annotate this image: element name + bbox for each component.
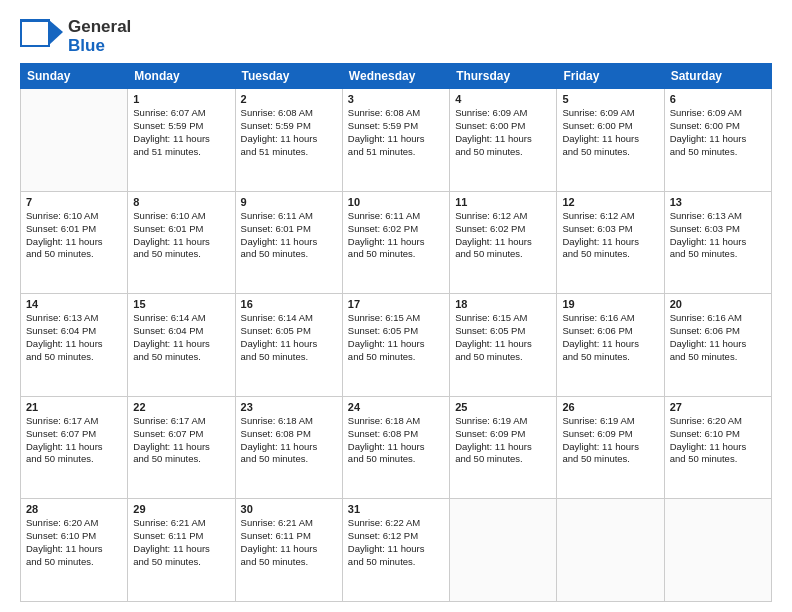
day-info: Sunrise: 6:15 AMSunset: 6:05 PMDaylight:… (455, 312, 551, 363)
day-info: Sunrise: 6:08 AMSunset: 5:59 PMDaylight:… (241, 107, 337, 158)
day-number: 8 (133, 196, 229, 208)
day-number: 13 (670, 196, 766, 208)
day-info: Sunrise: 6:16 AMSunset: 6:06 PMDaylight:… (670, 312, 766, 363)
day-number: 23 (241, 401, 337, 413)
day-number: 17 (348, 298, 444, 310)
logo: General Blue (20, 18, 131, 55)
day-header-friday: Friday (557, 64, 664, 89)
calendar-cell: 7Sunrise: 6:10 AMSunset: 6:01 PMDaylight… (21, 191, 128, 294)
calendar-cell: 8Sunrise: 6:10 AMSunset: 6:01 PMDaylight… (128, 191, 235, 294)
day-info: Sunrise: 6:20 AMSunset: 6:10 PMDaylight:… (670, 415, 766, 466)
day-info: Sunrise: 6:10 AMSunset: 6:01 PMDaylight:… (133, 210, 229, 261)
day-info: Sunrise: 6:20 AMSunset: 6:10 PMDaylight:… (26, 517, 122, 568)
calendar-cell: 22Sunrise: 6:17 AMSunset: 6:07 PMDayligh… (128, 396, 235, 499)
calendar-cell: 26Sunrise: 6:19 AMSunset: 6:09 PMDayligh… (557, 396, 664, 499)
calendar-cell: 2Sunrise: 6:08 AMSunset: 5:59 PMDaylight… (235, 89, 342, 192)
calendar-cell: 14Sunrise: 6:13 AMSunset: 6:04 PMDayligh… (21, 294, 128, 397)
day-number: 24 (348, 401, 444, 413)
day-info: Sunrise: 6:12 AMSunset: 6:02 PMDaylight:… (455, 210, 551, 261)
day-info: Sunrise: 6:09 AMSunset: 6:00 PMDaylight:… (562, 107, 658, 158)
calendar-cell: 16Sunrise: 6:14 AMSunset: 6:05 PMDayligh… (235, 294, 342, 397)
day-number: 15 (133, 298, 229, 310)
day-number: 12 (562, 196, 658, 208)
day-info: Sunrise: 6:11 AMSunset: 6:01 PMDaylight:… (241, 210, 337, 261)
calendar-cell: 28Sunrise: 6:20 AMSunset: 6:10 PMDayligh… (21, 499, 128, 602)
day-header-monday: Monday (128, 64, 235, 89)
day-info: Sunrise: 6:07 AMSunset: 5:59 PMDaylight:… (133, 107, 229, 158)
day-info: Sunrise: 6:16 AMSunset: 6:06 PMDaylight:… (562, 312, 658, 363)
calendar-cell: 15Sunrise: 6:14 AMSunset: 6:04 PMDayligh… (128, 294, 235, 397)
calendar-table: SundayMondayTuesdayWednesdayThursdayFrid… (20, 63, 772, 602)
calendar-cell: 24Sunrise: 6:18 AMSunset: 6:08 PMDayligh… (342, 396, 449, 499)
day-info: Sunrise: 6:13 AMSunset: 6:03 PMDaylight:… (670, 210, 766, 261)
day-info: Sunrise: 6:17 AMSunset: 6:07 PMDaylight:… (26, 415, 122, 466)
logo-general-text: General (68, 18, 131, 37)
calendar-cell: 3Sunrise: 6:08 AMSunset: 5:59 PMDaylight… (342, 89, 449, 192)
day-info: Sunrise: 6:14 AMSunset: 6:04 PMDaylight:… (133, 312, 229, 363)
day-number: 25 (455, 401, 551, 413)
day-number: 26 (562, 401, 658, 413)
day-number: 14 (26, 298, 122, 310)
calendar-cell (450, 499, 557, 602)
calendar-cell: 17Sunrise: 6:15 AMSunset: 6:05 PMDayligh… (342, 294, 449, 397)
day-info: Sunrise: 6:18 AMSunset: 6:08 PMDaylight:… (241, 415, 337, 466)
day-number: 11 (455, 196, 551, 208)
day-number: 29 (133, 503, 229, 515)
day-number: 18 (455, 298, 551, 310)
day-info: Sunrise: 6:21 AMSunset: 6:11 PMDaylight:… (133, 517, 229, 568)
day-number: 20 (670, 298, 766, 310)
day-header-sunday: Sunday (21, 64, 128, 89)
day-number: 5 (562, 93, 658, 105)
calendar-week-3: 14Sunrise: 6:13 AMSunset: 6:04 PMDayligh… (21, 294, 772, 397)
page: General Blue SundayMondayTuesdayWednesda… (0, 0, 792, 612)
day-info: Sunrise: 6:14 AMSunset: 6:05 PMDaylight:… (241, 312, 337, 363)
calendar-cell: 19Sunrise: 6:16 AMSunset: 6:06 PMDayligh… (557, 294, 664, 397)
calendar-cell: 30Sunrise: 6:21 AMSunset: 6:11 PMDayligh… (235, 499, 342, 602)
logo: General Blue (20, 18, 131, 55)
day-info: Sunrise: 6:12 AMSunset: 6:03 PMDaylight:… (562, 210, 658, 261)
calendar-cell: 5Sunrise: 6:09 AMSunset: 6:00 PMDaylight… (557, 89, 664, 192)
day-number: 1 (133, 93, 229, 105)
day-number: 19 (562, 298, 658, 310)
day-number: 28 (26, 503, 122, 515)
header: General Blue (20, 18, 772, 55)
day-number: 6 (670, 93, 766, 105)
calendar-cell: 18Sunrise: 6:15 AMSunset: 6:05 PMDayligh… (450, 294, 557, 397)
logo-blue-text: Blue (68, 37, 131, 56)
svg-rect-2 (21, 20, 49, 22)
day-info: Sunrise: 6:19 AMSunset: 6:09 PMDaylight:… (455, 415, 551, 466)
calendar-cell: 27Sunrise: 6:20 AMSunset: 6:10 PMDayligh… (664, 396, 771, 499)
day-info: Sunrise: 6:13 AMSunset: 6:04 PMDaylight:… (26, 312, 122, 363)
logo-svg-icon (20, 19, 64, 55)
day-number: 2 (241, 93, 337, 105)
calendar-cell: 23Sunrise: 6:18 AMSunset: 6:08 PMDayligh… (235, 396, 342, 499)
day-header-tuesday: Tuesday (235, 64, 342, 89)
calendar-week-2: 7Sunrise: 6:10 AMSunset: 6:01 PMDaylight… (21, 191, 772, 294)
day-info: Sunrise: 6:08 AMSunset: 5:59 PMDaylight:… (348, 107, 444, 158)
day-info: Sunrise: 6:09 AMSunset: 6:00 PMDaylight:… (455, 107, 551, 158)
day-info: Sunrise: 6:19 AMSunset: 6:09 PMDaylight:… (562, 415, 658, 466)
calendar-cell: 29Sunrise: 6:21 AMSunset: 6:11 PMDayligh… (128, 499, 235, 602)
day-number: 16 (241, 298, 337, 310)
day-info: Sunrise: 6:11 AMSunset: 6:02 PMDaylight:… (348, 210, 444, 261)
calendar-cell: 4Sunrise: 6:09 AMSunset: 6:00 PMDaylight… (450, 89, 557, 192)
calendar-week-5: 28Sunrise: 6:20 AMSunset: 6:10 PMDayligh… (21, 499, 772, 602)
day-number: 7 (26, 196, 122, 208)
calendar-cell: 9Sunrise: 6:11 AMSunset: 6:01 PMDaylight… (235, 191, 342, 294)
day-number: 30 (241, 503, 337, 515)
calendar-cell: 10Sunrise: 6:11 AMSunset: 6:02 PMDayligh… (342, 191, 449, 294)
day-header-saturday: Saturday (664, 64, 771, 89)
day-number: 27 (670, 401, 766, 413)
calendar-week-1: 1Sunrise: 6:07 AMSunset: 5:59 PMDaylight… (21, 89, 772, 192)
calendar-cell: 31Sunrise: 6:22 AMSunset: 6:12 PMDayligh… (342, 499, 449, 602)
calendar-cell: 12Sunrise: 6:12 AMSunset: 6:03 PMDayligh… (557, 191, 664, 294)
calendar-cell: 11Sunrise: 6:12 AMSunset: 6:02 PMDayligh… (450, 191, 557, 294)
calendar-cell: 20Sunrise: 6:16 AMSunset: 6:06 PMDayligh… (664, 294, 771, 397)
day-info: Sunrise: 6:10 AMSunset: 6:01 PMDaylight:… (26, 210, 122, 261)
svg-marker-1 (49, 20, 63, 45)
day-header-wednesday: Wednesday (342, 64, 449, 89)
day-number: 10 (348, 196, 444, 208)
day-info: Sunrise: 6:17 AMSunset: 6:07 PMDaylight:… (133, 415, 229, 466)
day-info: Sunrise: 6:22 AMSunset: 6:12 PMDaylight:… (348, 517, 444, 568)
calendar-cell: 21Sunrise: 6:17 AMSunset: 6:07 PMDayligh… (21, 396, 128, 499)
